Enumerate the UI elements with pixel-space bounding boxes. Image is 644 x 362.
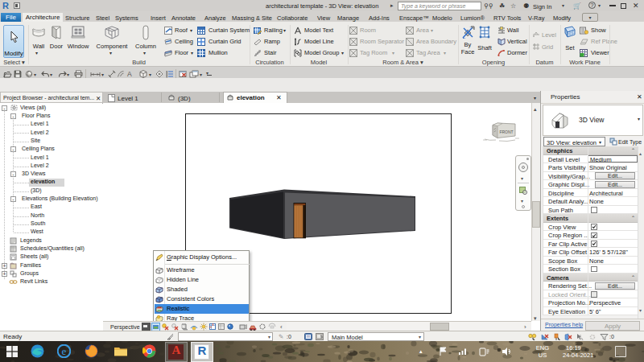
svg-text:e: e (62, 345, 67, 357)
svg-text:FRONT: FRONT (499, 130, 513, 134)
